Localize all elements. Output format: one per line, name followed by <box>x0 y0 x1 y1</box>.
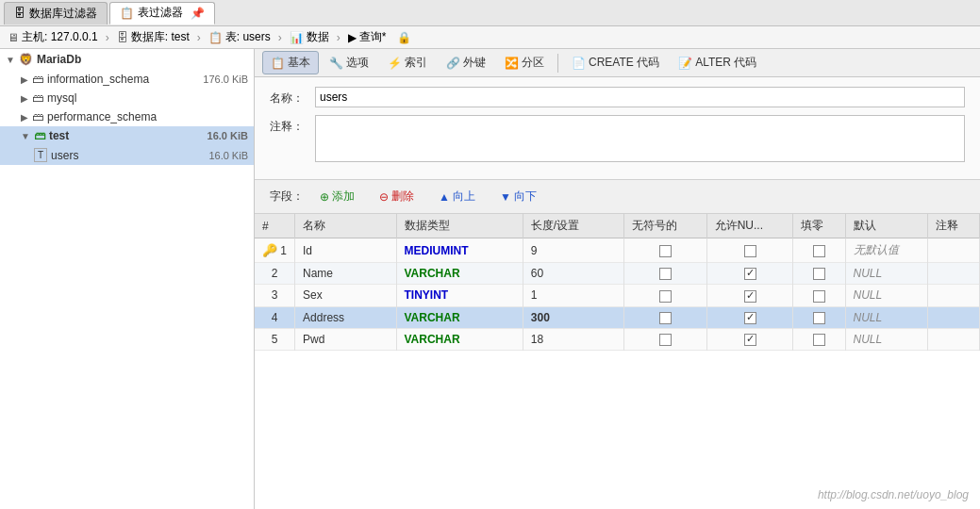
checkbox-allownull-4[interactable] <box>744 334 756 346</box>
sidebar: ▼ 🦁 MariaDb ▶ 🗃 information_schema 176.0… <box>0 49 255 509</box>
toolbar: 📋 基本 🔧 选项 ⚡ 索引 🔗 外键 🔀 分区 📄 CRE <box>255 49 980 77</box>
cell-fillzero-3[interactable] <box>793 306 845 328</box>
checkbox-unsigned-3[interactable] <box>659 312 672 324</box>
cell-name-0[interactable]: Id <box>295 238 396 263</box>
table-row[interactable]: 🔑 1 Id MEDIUMINT 9 无默认值 <box>255 238 980 263</box>
toolbar-alter-code-btn[interactable]: 📝 ALTER 代码 <box>670 51 765 74</box>
cell-unsigned-0[interactable] <box>624 238 706 263</box>
checkbox-allownull-0[interactable] <box>744 245 756 257</box>
cell-type-2[interactable]: TINYINT <box>396 285 523 306</box>
tab-db-filter[interactable]: 🗄 数据库过滤器 <box>4 2 108 25</box>
cell-unsigned-4[interactable] <box>624 328 706 350</box>
expand-info-icon: ▶ <box>21 74 28 85</box>
options-icon: 🔧 <box>329 57 343 70</box>
cell-length-1[interactable]: 60 <box>523 263 623 285</box>
toolbar-options-btn[interactable]: 🔧 选项 <box>321 51 377 74</box>
sidebar-root-mariadb[interactable]: ▼ 🦁 MariaDb <box>0 49 254 70</box>
toolbar-partition-btn[interactable]: 🔀 分区 <box>496 51 553 74</box>
sidebar-item-users[interactable]: T users 16.0 KiB <box>0 145 254 165</box>
pin-icon: 📌 <box>191 7 205 20</box>
tab-table-filter-label: 表过滤器 <box>138 5 183 21</box>
checkbox-unsigned-4[interactable] <box>659 334 672 346</box>
fields-up-btn[interactable]: ▲ 向上 <box>430 186 484 207</box>
cell-fillzero-2[interactable] <box>793 285 845 306</box>
cell-allownull-0[interactable] <box>706 238 793 263</box>
form-name-row: 名称： <box>270 87 965 107</box>
cell-length-4[interactable]: 18 <box>523 328 623 350</box>
tab-bar: 🗄 数据库过滤器 📋 表过滤器 📌 <box>0 0 980 26</box>
cell-allownull-3[interactable] <box>706 306 793 328</box>
breadcrumb-database[interactable]: 🗄 数据库: test <box>117 29 190 45</box>
checkbox-fillzero-4[interactable] <box>813 334 825 346</box>
cell-length-2[interactable]: 1 <box>523 285 623 306</box>
col-header-comment: 注释 <box>927 214 979 238</box>
checkbox-fillzero-0[interactable] <box>813 245 825 257</box>
checkbox-unsigned-0[interactable] <box>659 245 672 257</box>
sidebar-item-information-schema[interactable]: ▶ 🗃 information_schema 176.0 KiB <box>0 70 254 89</box>
sep4: › <box>337 31 341 44</box>
breadcrumb-table[interactable]: 📋 表: users <box>208 29 271 45</box>
cell-name-4[interactable]: Pwd <box>295 328 396 350</box>
cell-length-3[interactable]: 300 <box>523 306 623 328</box>
sidebar-item-test[interactable]: ▼ 🗃 test 16.0 KiB <box>0 126 254 145</box>
fields-add-btn[interactable]: ⊕ 添加 <box>311 186 363 207</box>
alter-code-icon: 📝 <box>678 57 692 70</box>
add-icon: ⊕ <box>320 190 329 204</box>
breadcrumb-query[interactable]: ▶ 查询* <box>348 29 387 45</box>
sep1: › <box>106 31 109 44</box>
sidebar-mysql-label: mysql <box>47 91 76 105</box>
cell-name-3[interactable]: Address <box>295 306 396 328</box>
breadcrumb-data[interactable]: 📊 数据 <box>290 29 329 45</box>
cell-name-1[interactable]: Name <box>295 263 396 285</box>
cell-length-0[interactable]: 9 <box>523 238 623 263</box>
sidebar-test-size: 16.0 KiB <box>208 130 248 141</box>
cell-type-4[interactable]: VARCHAR <box>396 328 523 350</box>
fields-up-label: 向上 <box>453 189 475 205</box>
checkbox-unsigned-2[interactable] <box>659 290 672 303</box>
cell-allownull-2[interactable] <box>706 285 793 306</box>
cell-unsigned-3[interactable] <box>624 306 706 328</box>
breadcrumb-host[interactable]: 🖥 主机: 127.0.0.1 <box>8 29 98 45</box>
table-row[interactable]: 5 Pwd VARCHAR 18 NULL <box>255 328 980 350</box>
cell-num-4: 5 <box>255 328 295 350</box>
cell-fillzero-4[interactable] <box>793 328 845 350</box>
toolbar-create-code-btn[interactable]: 📄 CREATE 代码 <box>563 51 668 74</box>
table-row[interactable]: 4 Address VARCHAR 300 NULL <box>255 306 980 328</box>
fields-down-btn[interactable]: ▼ 向下 <box>491 186 545 207</box>
cell-type-1[interactable]: VARCHAR <box>396 263 523 285</box>
checkbox-allownull-2[interactable] <box>744 290 756 303</box>
cell-type-0[interactable]: MEDIUMINT <box>396 238 523 263</box>
toolbar-foreign-label: 外键 <box>463 55 486 71</box>
toolbar-indexes-btn[interactable]: ⚡ 索引 <box>379 51 436 74</box>
watermark: http://blog.csdn.net/uoyo_blog <box>818 488 969 501</box>
cell-type-3[interactable]: VARCHAR <box>396 306 523 328</box>
checkbox-allownull-1[interactable] <box>744 268 756 280</box>
cell-allownull-4[interactable] <box>706 328 793 350</box>
table-row[interactable]: 2 Name VARCHAR 60 NULL <box>255 263 980 285</box>
cell-default-4: NULL <box>845 328 927 350</box>
fields-delete-btn[interactable]: ⊖ 删除 <box>371 186 423 207</box>
checkbox-unsigned-1[interactable] <box>659 268 672 280</box>
col-header-length: 长度/设置 <box>523 214 623 238</box>
cell-allownull-1[interactable] <box>706 263 793 285</box>
cell-fillzero-0[interactable] <box>793 238 845 263</box>
form-comment-textarea[interactable] <box>315 115 965 162</box>
cell-fillzero-1[interactable] <box>793 263 845 285</box>
toolbar-alter-label: ALTER 代码 <box>695 55 756 71</box>
table-row[interactable]: 3 Sex TINYINT 1 NULL <box>255 285 980 306</box>
checkbox-fillzero-3[interactable] <box>813 312 825 324</box>
toolbar-foreign-btn[interactable]: 🔗 外键 <box>438 51 494 74</box>
indexes-icon: ⚡ <box>388 57 402 70</box>
tab-table-filter[interactable]: 📋 表过滤器 📌 <box>109 2 215 25</box>
sidebar-item-mysql[interactable]: ▶ 🗃 mysql <box>0 89 254 107</box>
cell-unsigned-2[interactable] <box>624 285 706 306</box>
toolbar-basic-btn[interactable]: 📋 基本 <box>262 51 319 74</box>
checkbox-allownull-3[interactable] <box>744 312 756 324</box>
cell-unsigned-1[interactable] <box>624 263 706 285</box>
sidebar-item-performance-schema[interactable]: ▶ 🗃 performance_schema <box>0 107 254 126</box>
checkbox-fillzero-2[interactable] <box>813 290 825 303</box>
form-name-input[interactable] <box>315 87 965 107</box>
delete-icon: ⊖ <box>379 190 389 204</box>
cell-name-2[interactable]: Sex <box>295 285 396 306</box>
checkbox-fillzero-1[interactable] <box>813 268 825 280</box>
